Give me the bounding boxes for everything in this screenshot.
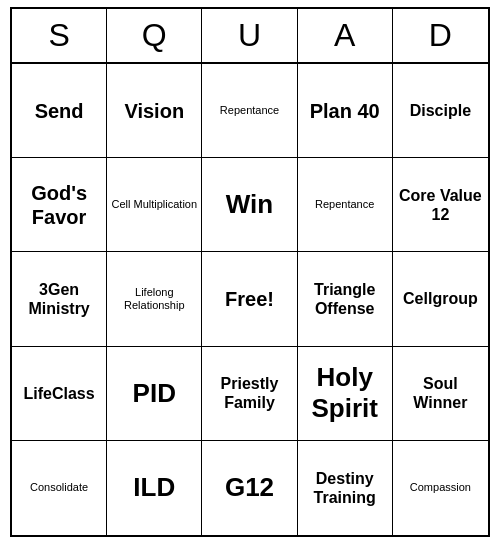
- bingo-cell-r2-c1: Lifelong Relationship: [107, 252, 202, 346]
- header-letter: S: [12, 9, 107, 62]
- bingo-cell-r1-c2: Win: [202, 158, 297, 252]
- bingo-cell-r3-c2: Priestly Family: [202, 347, 297, 441]
- bingo-cell-r2-c2: Free!: [202, 252, 297, 346]
- bingo-cell-r0-c2: Repentance: [202, 64, 297, 158]
- bingo-cell-r4-c0: Consolidate: [12, 441, 107, 535]
- bingo-card: SQUAD SendVisionRepentancePlan 40Discipl…: [10, 7, 490, 537]
- bingo-cell-r4-c2: G12: [202, 441, 297, 535]
- bingo-cell-r4-c3: Destiny Training: [298, 441, 393, 535]
- bingo-cell-r1-c0: God's Favor: [12, 158, 107, 252]
- bingo-cell-r1-c1: Cell Multiplication: [107, 158, 202, 252]
- bingo-cell-r0-c3: Plan 40: [298, 64, 393, 158]
- bingo-cell-r3-c3: Holy Spirit: [298, 347, 393, 441]
- bingo-cell-r3-c4: Soul Winner: [393, 347, 488, 441]
- bingo-cell-r1-c3: Repentance: [298, 158, 393, 252]
- bingo-cell-r3-c0: LifeClass: [12, 347, 107, 441]
- header-letter: Q: [107, 9, 202, 62]
- bingo-cell-r4-c4: Compassion: [393, 441, 488, 535]
- bingo-cell-r4-c1: ILD: [107, 441, 202, 535]
- bingo-header: SQUAD: [12, 9, 488, 64]
- header-letter: D: [393, 9, 488, 62]
- bingo-cell-r3-c1: PID: [107, 347, 202, 441]
- bingo-cell-r0-c4: Disciple: [393, 64, 488, 158]
- bingo-cell-r1-c4: Core Value 12: [393, 158, 488, 252]
- bingo-cell-r2-c4: Cellgroup: [393, 252, 488, 346]
- bingo-grid: SendVisionRepentancePlan 40DiscipleGod's…: [12, 64, 488, 535]
- bingo-cell-r2-c3: Triangle Offense: [298, 252, 393, 346]
- bingo-cell-r0-c1: Vision: [107, 64, 202, 158]
- bingo-cell-r0-c0: Send: [12, 64, 107, 158]
- header-letter: A: [298, 9, 393, 62]
- header-letter: U: [202, 9, 297, 62]
- bingo-cell-r2-c0: 3Gen Ministry: [12, 252, 107, 346]
